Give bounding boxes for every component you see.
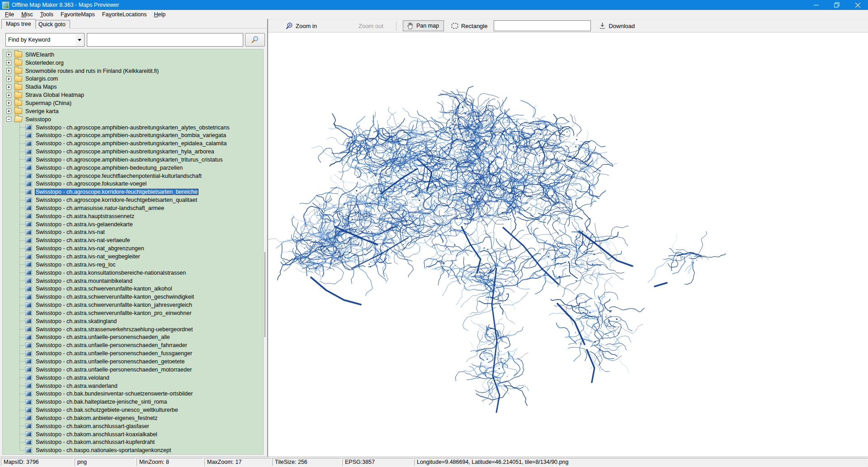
tree-folder[interactable]: Skoterleder.org <box>3 59 263 67</box>
minimize-button[interactable] <box>806 0 826 10</box>
expand-icon[interactable] <box>6 93 11 98</box>
close-button[interactable] <box>847 0 868 10</box>
tree-item-label[interactable]: Swisstopo - ch.agroscope.feuchtflaechenp… <box>35 173 203 179</box>
tree-folder[interactable]: SIWEIearth <box>3 51 263 59</box>
tree-item[interactable]: Swisstopo - ch.astra.unfaelle-personensc… <box>3 349 263 357</box>
tree-item[interactable]: Swisstopo - ch.astra.strassenverkehrszae… <box>3 325 263 334</box>
tree-item-label[interactable]: Swisstopo - ch.astra.ivs-gelaendekarte <box>35 221 134 228</box>
download-button[interactable]: Download <box>599 22 635 29</box>
tree-item-label[interactable]: Swisstopo - ch.astra.unfaelle-personensc… <box>35 358 185 365</box>
tree-item-label[interactable]: Swisstopo - ch.astra.skatingland <box>35 318 118 324</box>
tree-item-label[interactable]: Swisstopo - ch.astra.konsultationsbereic… <box>35 270 187 276</box>
tree-item-label[interactable]: Swisstopo - ch.astra.hauptstrassennetz <box>35 213 135 219</box>
tree-item[interactable]: Swisstopo - ch.bakom.anschlussart-kupfer… <box>3 438 263 447</box>
tree-item[interactable]: Swisstopo - ch.astra.schwerverunfallte-k… <box>3 309 263 317</box>
tree-item-label[interactable]: Swisstopo - ch.agroscope.amphibien-ausbr… <box>35 148 215 155</box>
tree-item-label[interactable]: Strava Global Heatmap <box>24 92 85 98</box>
combo-dropdown-button[interactable] <box>75 34 84 46</box>
tree-folder[interactable]: Sverige karta <box>3 107 263 115</box>
restore-button[interactable] <box>826 0 847 10</box>
expand-icon[interactable] <box>6 76 11 81</box>
tree-item-label[interactable]: Swisstopo - ch.agroscope.korridore-feuch… <box>35 197 198 203</box>
tree-item[interactable]: Swisstopo - ch.astra.schwerverunfallte-k… <box>3 285 263 293</box>
search-button[interactable] <box>245 33 265 47</box>
menu-favoritelocations[interactable]: FavoriteLocations <box>99 10 150 19</box>
tree-item[interactable]: Swisstopo - ch.agroscope.korridore-feuch… <box>3 188 263 196</box>
tree-item-label[interactable]: Swisstopo - ch.astra.ivs-nat_wegbegleite… <box>35 253 141 260</box>
search-input[interactable] <box>87 33 243 47</box>
zoom-in-button[interactable]: Zoom in <box>285 22 317 30</box>
tree-item-label[interactable]: Supermap (China) <box>24 100 72 106</box>
tree-item[interactable]: Swisstopo - ch.baspo.nationales-sportanl… <box>3 446 263 454</box>
zoom-out-button[interactable]: Zoom out <box>359 23 383 29</box>
tree-item[interactable]: Swisstopo - ch.bak.schutzgebiete-unesco_… <box>3 406 263 414</box>
tree-item[interactable]: Swisstopo - ch.astra.ivs-reg_loc <box>3 261 263 269</box>
tree-item-label[interactable]: Swisstopo - ch.agroscope.amphibien-ausbr… <box>35 132 227 138</box>
menu-file[interactable]: File <box>2 10 17 19</box>
tree-item-label[interactable]: Solargis.com <box>24 76 59 82</box>
tree-item-label[interactable]: Swisstopo - ch.agroscope.amphibien-ausbr… <box>35 140 227 147</box>
tree-folder[interactable]: Supermap (China) <box>3 99 263 107</box>
expand-icon[interactable] <box>6 109 11 114</box>
tree-item-label[interactable]: Swisstopo - ch.astra.ivs-nat_abgrenzunge… <box>35 245 145 252</box>
tree-item[interactable]: Swisstopo - ch.astra.ivs-gelaendekarte <box>3 220 263 229</box>
tree-item-label[interactable]: Swisstopo - ch.astra.strassenverkehrszae… <box>35 326 193 333</box>
tree-item[interactable]: Swisstopo - ch.agroscope.feuchtflaechenp… <box>3 172 263 180</box>
maps-tree[interactable]: SIWEIearthSkoterleder.orgSnowmobile rout… <box>2 49 264 455</box>
tree-item-label-selected[interactable]: Swisstopo - ch.agroscope.korridore-feuch… <box>35 189 198 195</box>
tree-item-label[interactable]: Swisstopo - ch.astra.wanderland <box>35 383 118 389</box>
tree-item[interactable]: Swisstopo - ch.agroscope.amphibien-ausbr… <box>3 124 263 132</box>
tree-item-label[interactable]: Swisstopo - ch.agroscope.amphibien-ausbr… <box>35 157 223 163</box>
tree-item[interactable]: Swisstopo - ch.astra.schwerverunfallte-k… <box>3 301 263 309</box>
tree-item[interactable]: Swisstopo - ch.bakom.anbieter-eigenes_fe… <box>3 414 263 422</box>
rectangle-button[interactable]: Rectangle <box>451 23 488 29</box>
tree-item-label[interactable]: Stadia Maps <box>24 84 57 90</box>
tree-item[interactable]: Swisstopo - ch.armasuisse.natur-landscha… <box>3 204 263 212</box>
tree-item[interactable]: Swisstopo - ch.bakom.anschlussart-koaxia… <box>3 430 263 438</box>
tree-item[interactable]: Swisstopo - ch.agroscope.korridore-feuch… <box>3 196 263 204</box>
tree-item[interactable]: Swisstopo - ch.astra.ivs-nat <box>3 229 263 237</box>
tree-item-label[interactable]: Swisstopo - ch.bak.bundesinventar-schuet… <box>35 391 193 397</box>
tree-item-label[interactable]: Swisstopo - ch.armasuisse.natur-landscha… <box>35 205 165 211</box>
tree-item-label[interactable]: Snowmobile routes and ruts in Finland (K… <box>24 68 160 74</box>
tree-item[interactable]: Swisstopo - ch.agroscope.amphibien-ausbr… <box>3 148 263 156</box>
tree-item-label[interactable]: Swisstopo - ch.agroscope.amphibien-bedeu… <box>35 165 184 171</box>
expand-icon[interactable] <box>6 68 11 73</box>
tree-item[interactable]: Swisstopo - ch.astra.unfaelle-personensc… <box>3 357 263 366</box>
tree-item-label[interactable]: Swisstopo - ch.astra.veloland <box>35 375 110 381</box>
tree-item-label[interactable]: Swisstopo - ch.bak.halteplaetze-jenische… <box>35 399 168 405</box>
tree-folder[interactable]: Solargis.com <box>3 75 263 83</box>
tree-item[interactable]: Swisstopo - ch.astra.hauptstrassennetz <box>3 212 263 220</box>
search-mode-select[interactable]: Find by Keyword <box>5 33 85 47</box>
tree-item[interactable]: Swisstopo - ch.astra.mountainbikeland <box>3 277 263 285</box>
tree-item-label[interactable]: Swisstopo - ch.agroscope.fokuskarte-voeg… <box>35 181 147 187</box>
expand-icon[interactable] <box>6 85 11 90</box>
tree-folder[interactable]: Strava Global Heatmap <box>3 91 263 99</box>
tree-item[interactable]: Swisstopo - ch.bak.halteplaetze-jenische… <box>3 398 263 406</box>
tree-item[interactable]: Swisstopo - ch.agroscope.amphibien-ausbr… <box>3 156 263 164</box>
tree-item-label[interactable]: Swisstopo - ch.agroscope.amphibien-ausbr… <box>35 124 231 131</box>
pan-map-button[interactable]: Pan map <box>403 20 444 31</box>
download-name-input[interactable] <box>494 20 591 31</box>
tree-folder[interactable]: Snowmobile routes and ruts in Finland (K… <box>3 67 263 75</box>
expand-icon[interactable] <box>6 60 11 65</box>
tree-item-label[interactable]: Swisstopo - ch.astra.unfaelle-personensc… <box>35 342 188 348</box>
tree-item[interactable]: Swisstopo - ch.astra.unfaelle-personensc… <box>3 334 263 342</box>
tree-item-label[interactable]: Skoterleder.org <box>24 60 65 66</box>
tree-scrollbar-thumb[interactable] <box>264 252 265 337</box>
tree-item-label[interactable]: Swisstopo - ch.astra.unfaelle-personensc… <box>35 334 171 340</box>
tree-item-label[interactable]: Swisstopo - ch.astra.schwerverunfallte-k… <box>35 294 195 300</box>
tab-maps-tree[interactable]: Maps tree <box>1 19 36 29</box>
tree-item-label[interactable]: Sverige karta <box>24 108 60 114</box>
tree-item-label[interactable]: Swisstopo - ch.astra.ivs-reg_loc <box>35 262 116 268</box>
menu-tools[interactable]: Tools <box>37 10 57 19</box>
tree-item-label[interactable]: Swisstopo - ch.astra.schwerverunfallte-k… <box>35 286 173 292</box>
tree-item[interactable]: Swisstopo - ch.astra.skatingland <box>3 317 263 325</box>
collapse-icon[interactable] <box>6 117 11 122</box>
tree-item[interactable]: Swisstopo - ch.agroscope.amphibien-bedeu… <box>3 164 263 172</box>
tree-item[interactable]: Swisstopo - ch.astra.schwerverunfallte-k… <box>3 293 263 301</box>
tree-item[interactable]: Swisstopo - ch.astra.veloland <box>3 374 263 382</box>
tree-item-label[interactable]: Swisstopo - ch.astra.mountainbikeland <box>35 278 133 284</box>
tree-item[interactable]: Swisstopo - ch.astra.ivs-nat_wegbegleite… <box>3 253 263 261</box>
tree-item[interactable]: Swisstopo - ch.bak.bundesinventar-schuet… <box>3 390 263 398</box>
